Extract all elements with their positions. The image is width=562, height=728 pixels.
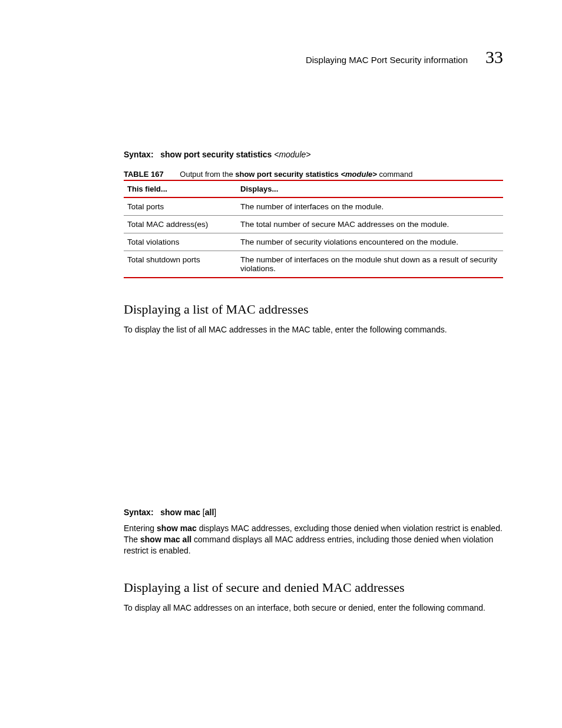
running-header: Displaying MAC Port Security information… [59,47,503,67]
syntax-label: Syntax: [124,508,154,517]
section-body-2: To display all MAC addresses on an inter… [124,602,503,614]
table-row: Total violations The number of security … [124,233,503,251]
syntax-option: all [205,508,214,517]
text: Entering [124,523,157,533]
command-text: show mac all [140,535,191,544]
caption-text-pre: Output from the [180,170,235,179]
table-caption: TABLE 167 Output from the show port secu… [124,170,503,179]
placeholder-gap [124,342,503,508]
table-cell-field: Total MAC address(es) [124,216,237,233]
table-head-field: This field... [124,180,237,197]
show-mac-description: Entering show mac displays MAC addresses… [124,523,503,556]
section-heading-mac-list: Displaying a list of MAC addresses [124,302,503,317]
table-cell-desc: The number of security violations encoun… [237,233,503,251]
table-cell-desc: The total number of secure MAC addresses… [237,216,503,233]
page: Displaying MAC Port Security information… [0,0,562,679]
syntax-command: show port security statistics [160,150,272,159]
table-row: Total MAC address(es) The total number o… [124,216,503,233]
syntax-command: show mac [160,508,203,517]
table-header-row: This field... Displays... [124,180,503,197]
table-head-displays: Displays... [237,180,503,197]
table-label: TABLE 167 [124,170,164,179]
table-cell-field: Total ports [124,197,237,216]
caption-argument: <module> [340,170,376,179]
syntax-bracket: ] [214,508,216,517]
running-header-chapter: 33 [485,47,503,67]
command-text: show mac [157,523,197,533]
section-body-1: To display the list of all MAC addresses… [124,324,503,335]
table-cell-desc: The number of interfaces on the module s… [237,251,503,278]
section-heading-secure-denied: Displaying a list of secure and denied M… [124,580,503,595]
table-cell-field: Total shutdown ports [124,251,237,278]
syntax-line-2: Syntax: show mac [all] [124,508,503,517]
table-row: Total ports The number of interfaces on … [124,197,503,216]
table-cell-desc: The number of interfaces on the module. [237,197,503,216]
caption-command: show port security statistics [235,170,339,179]
syntax-line-1: Syntax: show port security statistics <m… [124,150,503,159]
running-header-title: Displaying MAC Port Security information [306,55,468,65]
table-row: Total shutdown ports The number of inter… [124,251,503,278]
caption-text-post: command [377,170,413,179]
table-cell-field: Total violations [124,233,237,251]
content-area: Syntax: show port security statistics <m… [124,150,503,613]
syntax-argument: <module> [274,150,310,159]
table-167: This field... Displays... Total ports Th… [124,180,503,278]
syntax-label: Syntax: [124,150,154,159]
